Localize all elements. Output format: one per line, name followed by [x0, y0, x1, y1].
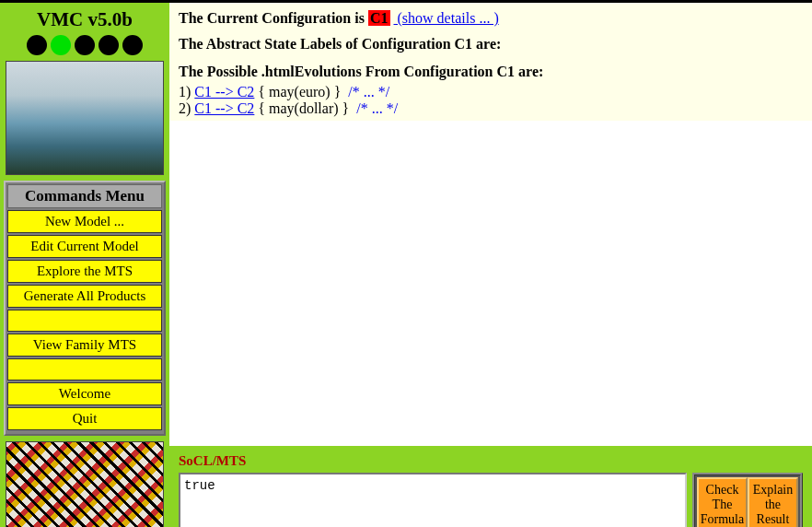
abstract-labels-heading: The Abstract State Labels of Configurati… — [179, 36, 803, 53]
formula-input[interactable] — [179, 473, 687, 527]
check-formula-button[interactable]: Check The Formula — [697, 477, 748, 527]
evolution-text: { may(euro) } — [254, 84, 344, 100]
abstract-art-image — [6, 441, 164, 527]
status-dots — [4, 33, 166, 61]
dot-icon — [27, 35, 47, 55]
quit-button[interactable]: Quit — [7, 407, 162, 430]
evolution-comment: /* ... */ — [356, 100, 398, 116]
dot-icon — [99, 35, 119, 55]
socl-label: SoCL/MTS — [179, 453, 803, 469]
evolution-link[interactable]: C1 --> C2 — [194, 100, 254, 116]
evolution-comment: /* ... */ — [348, 84, 389, 100]
dot-icon — [122, 35, 143, 55]
view-family-mts-button[interactable]: View Family MTS — [7, 334, 162, 357]
app-title: VMC v5.0b — [4, 6, 166, 33]
edit-model-button[interactable]: Edit Current Model — [7, 235, 162, 258]
formula-footer: SoCL/MTS Check The Formula Explain the R… — [169, 446, 812, 527]
evolution-row: 1) C1 --> C2 { may(euro) } /* ... */ — [179, 84, 803, 100]
evolution-text: { may(dollar) } — [254, 100, 353, 116]
dot-icon — [75, 35, 95, 55]
menu-header: Commands Menu — [7, 184, 162, 208]
new-model-button[interactable]: New Model ... — [7, 210, 162, 233]
explain-result-button[interactable]: Explain the Result — [748, 477, 798, 527]
evolution-num: 1) — [179, 84, 194, 100]
current-config-line: The Current Configuration is C1 (show de… — [179, 10, 803, 27]
content-panel: The Current Configuration is C1 (show de… — [169, 3, 812, 121]
commands-menu: Commands Menu New Model ... Edit Current… — [4, 181, 166, 436]
menu-spacer — [7, 358, 162, 381]
painting-image — [6, 61, 164, 175]
sidebar: VMC v5.0b Commands Menu New Model ... Ed… — [0, 3, 169, 527]
evolution-link[interactable]: C1 --> C2 — [194, 84, 254, 100]
main-area: The Current Configuration is C1 (show de… — [169, 3, 812, 527]
generate-products-button[interactable]: Generate All Products — [7, 285, 162, 308]
evolutions-heading: The Possible .htmlEvolutions From Config… — [179, 64, 803, 80]
evolution-row: 2) C1 --> C2 { may(dollar) } /* ... */ — [179, 100, 803, 117]
dot-icon — [51, 35, 71, 55]
explore-mts-button[interactable]: Explore the MTS — [7, 260, 162, 283]
show-details-link[interactable]: (show details ... ) — [394, 10, 499, 26]
button-group: Check The Formula Explain the Result — [692, 473, 803, 527]
welcome-button[interactable]: Welcome — [7, 382, 162, 405]
current-config-prefix: The Current Configuration is — [179, 10, 368, 26]
config-badge: C1 — [368, 10, 390, 26]
menu-spacer — [7, 310, 162, 332]
evolution-num: 2) — [179, 100, 194, 116]
